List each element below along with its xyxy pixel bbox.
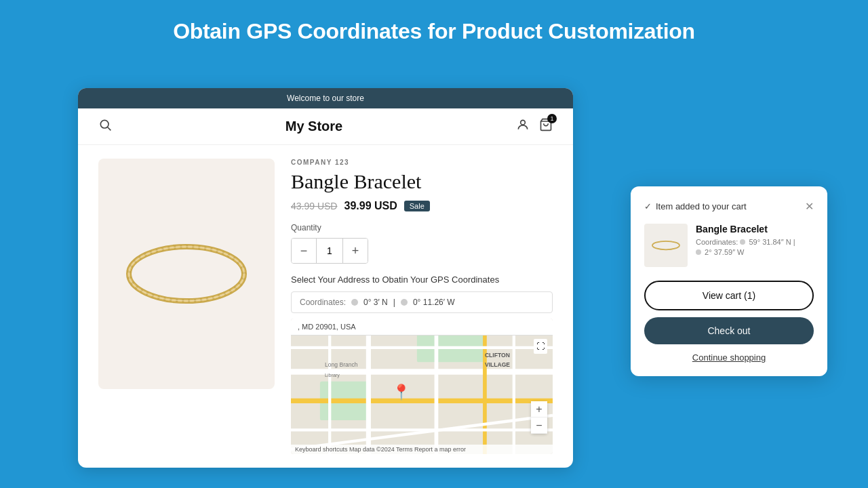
search-icon[interactable] [98,118,112,135]
cart-item-details: Bangle Bracelet Coordinates: 59° 31.84″ … [696,224,814,267]
cart-item: Bangle Bracelet Coordinates: 59° 31.84″ … [644,224,814,267]
map-background: Long Branch Library Local Park CLIFTON V… [291,319,553,454]
account-icon[interactable] [516,118,530,135]
map-expand-button[interactable]: ⛶ [534,339,547,354]
store-logo: My Store [285,119,342,134]
header-icons: 1 [516,118,553,135]
sale-badge: Sale [404,201,430,211]
original-price: 43.99 USD [291,201,337,211]
map-pin: 📍 [392,384,410,401]
cart-popup-header: ✓ Item added to your cart ✕ [644,200,814,213]
topbar-text: Welcome to our store [287,94,364,103]
zoom-out-button[interactable]: − [531,418,547,434]
product-details: COMPANY 123 Bangle Bracelet 43.99 USD 39… [291,159,553,454]
cart-coord-dot-lng [696,249,701,255]
quantity-label: Quantity [291,223,553,232]
cart-coord-lat: 59° 31.84″ N | [749,238,795,246]
store-content: COMPANY 123 Bangle Bracelet 43.99 USD 39… [78,145,573,468]
coordinates-section-label: Select Your Address to Obatin Your GPS C… [291,274,553,285]
svg-point-2 [521,120,526,125]
quantity-decrease[interactable]: − [292,239,316,263]
close-popup-button[interactable]: ✕ [805,200,814,213]
view-cart-button[interactable]: View cart (1) [644,281,814,310]
continue-shopping-button[interactable]: Continue shopping [644,352,814,363]
store-window: Welcome to our store My Store [78,88,573,468]
svg-text:Library: Library [325,373,340,378]
quantity-input[interactable] [316,239,343,263]
coord-lng: 0° 11.26′ W [413,298,455,307]
svg-point-6 [129,247,244,301]
cart-item-image [644,224,688,267]
checkmark-icon: ✓ [644,201,652,211]
quantity-control: − + [291,238,368,264]
product-image [98,159,275,389]
svg-text:Long Branch: Long Branch [325,361,358,368]
cart-coords-label: Coordinates: [696,238,738,246]
svg-text:CLIFTON: CLIFTON [485,352,510,359]
svg-line-1 [108,127,111,131]
price-row: 43.99 USD 39.99 USD Sale [291,200,553,212]
coord-dot-lat [351,299,358,306]
pipe: | [393,298,395,307]
map-container[interactable]: , MD 20901, USA [291,319,553,454]
coord-label: Coordinates: [300,298,346,307]
cart-badge: 1 [547,114,557,123]
company-name: COMPANY 123 [291,159,553,166]
store-topbar: Welcome to our store [78,88,573,108]
product-title: Bangle Bracelet [291,170,553,193]
coordinates-bar: Coordinates: 0° 3′ N | 0° 11.26′ W [291,291,553,313]
store-header: My Store 1 [78,108,573,145]
cart-popup: ✓ Item added to your cart ✕ Bangle Brace… [631,186,827,376]
cart-icon[interactable]: 1 [539,118,553,135]
zoom-in-button[interactable]: + [531,401,547,418]
cart-item-name: Bangle Bracelet [696,224,814,235]
map-zoom-controls: + − [531,401,547,434]
cart-item-coords: Coordinates: 59° 31.84″ N | 2° 37.59″ W [696,237,814,258]
coord-dot-lng [401,299,408,306]
cart-added-text: ✓ Item added to your cart [644,201,747,211]
checkout-button[interactable]: Check out [644,317,814,344]
item-added-label: Item added to your cart [656,201,747,211]
cart-coord-dot-lat [740,239,745,245]
map-address-bar: , MD 20901, USA [291,319,553,336]
quantity-increase[interactable]: + [343,239,368,263]
page-title: Obtain GPS Coordinates for Product Custo… [173,19,695,44]
cart-coord-lng: 2° 37.59″ W [705,248,744,256]
sale-price: 39.99 USD [344,200,397,212]
map-footer: Keyboard shortcuts Map data ©2024 Terms … [291,445,553,454]
svg-point-0 [100,120,108,128]
coord-lat: 0° 3′ N [363,298,388,307]
svg-text:VILLAGE: VILLAGE [485,361,510,368]
